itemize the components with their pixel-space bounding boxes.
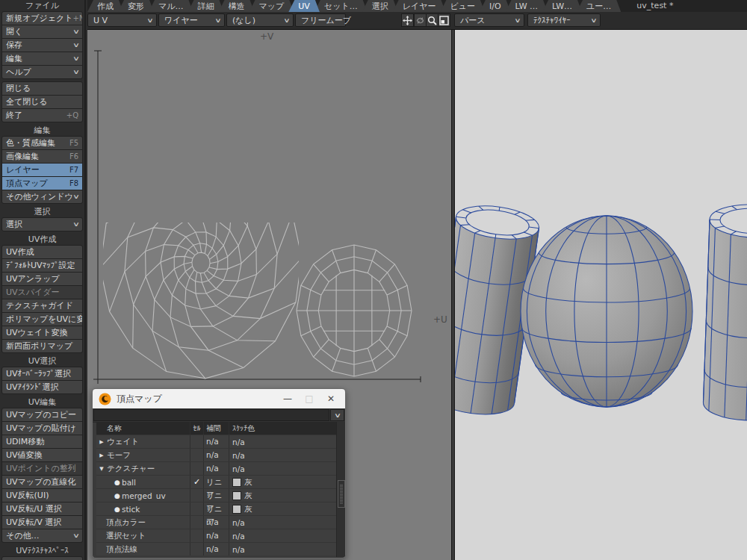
sidebar-item-UVマップのコピー[interactable]: UVマップのコピー bbox=[2, 408, 82, 421]
sidebar-section-header: 選択 bbox=[0, 206, 84, 217]
vmap-row-ウェイト[interactable]: ▶ウェイトn/an/a bbox=[96, 435, 343, 448]
sidebar-item-終了[interactable]: 終了+Q bbox=[2, 109, 82, 122]
sidebar-item-閉じる[interactable]: 閉じる bbox=[2, 82, 82, 95]
sidebar-item-画像編集[interactable]: 画像編集F6 bbox=[2, 150, 82, 163]
sidebar-item-開く[interactable]: 開く∨ bbox=[2, 25, 82, 38]
sidebar-item-UV反転/U 選択[interactable]: UV反転/U 選択 bbox=[2, 503, 82, 515]
vmap-row-頂点カラー[interactable]: 頂点カラーn/an/a bbox=[96, 515, 343, 529]
tab-マル…[interactable]: マル… bbox=[149, 0, 193, 12]
shading-mode-dropdown[interactable]: ﾃｸｽﾁｬﾜｲﾔｰ∨ bbox=[527, 13, 601, 27]
vmap-row-ball[interactable]: ●ball✓リニア灰 bbox=[96, 475, 343, 488]
tab-変形[interactable]: 変形 bbox=[118, 0, 154, 12]
vmap-row-stick[interactable]: ●stickリニア灰 bbox=[96, 502, 343, 515]
sidebar-item-レイヤー[interactable]: レイヤーF7 bbox=[2, 164, 82, 176]
vmap-row-頂点法線[interactable]: 頂点法線n/an/a bbox=[96, 542, 343, 556]
minimize-button[interactable]: — bbox=[279, 393, 296, 404]
sidebar-item-UVｵｰﾊﾞｰﾗｯﾌﾟ選択[interactable]: UVｵｰﾊﾞｰﾗｯﾌﾟ選択 bbox=[2, 367, 82, 380]
sidebar-item-UVマップの直線化[interactable]: UVマップの直線化 bbox=[2, 476, 82, 488]
dialog-titlebar[interactable]: 頂点マップ — □ ✕ bbox=[93, 389, 345, 408]
sidebar-item-UV作成[interactable]: UV作成 bbox=[2, 246, 82, 258]
vmap-row-選択セット[interactable]: 選択セットn/an/a bbox=[96, 529, 343, 542]
sidebar-item-全て閉じる[interactable]: 全て閉じる bbox=[2, 96, 82, 108]
sidebar-section-header: 編集 bbox=[0, 125, 84, 136]
sidebar-item-UVｱｲﾗﾝﾄﾞ選択[interactable]: UVｱｲﾗﾝﾄﾞ選択 bbox=[2, 381, 82, 393]
sidebar-item-UDIM移動[interactable]: UDIM移動 bbox=[2, 435, 82, 448]
map-filter-field[interactable] bbox=[93, 409, 329, 421]
vmap-row-merged_uv[interactable]: ●merged_uvリニア灰 bbox=[96, 488, 343, 502]
collapse-arrow-icon[interactable]: ▼ bbox=[96, 466, 107, 472]
shortcut-label: +Q bbox=[66, 109, 78, 122]
sidebar-item-UV反転(UI)[interactable]: UV反転(UI) bbox=[2, 489, 82, 502]
tab-構造[interactable]: 構造 bbox=[219, 0, 255, 12]
chevron-down-icon: ∨ bbox=[72, 529, 80, 542]
vmap-row-モーフ[interactable]: ▶モーフn/an/a bbox=[96, 448, 343, 461]
perspective-3d-viewport[interactable] bbox=[455, 30, 747, 560]
tab-ビュー[interactable]: ビュー bbox=[440, 0, 485, 12]
sidebar-item-UVマップの貼付け[interactable]: UVマップの貼付け bbox=[2, 422, 82, 435]
tab-セット…[interactable]: セット… bbox=[314, 0, 368, 12]
active-check-icon[interactable]: ✓ bbox=[193, 477, 200, 487]
close-button[interactable]: ✕ bbox=[323, 393, 339, 404]
sidebar-item-blank[interactable] bbox=[2, 557, 82, 560]
sidebar-item-その他ウィンドウ[interactable]: その他ウィンドウ∨ bbox=[2, 190, 82, 203]
sketch-color-swatch[interactable] bbox=[232, 505, 241, 514]
sidebar-item-保存[interactable]: 保存∨ bbox=[2, 39, 82, 52]
sidebar-item-ﾃﾞﾌｫﾙﾄUVﾏｯﾌﾟ設定[interactable]: ﾃﾞﾌｫﾙﾄUVﾏｯﾌﾟ設定 bbox=[2, 259, 82, 272]
zoom-icon[interactable] bbox=[426, 13, 438, 27]
sidebar-item-UVウェイト変換[interactable]: UVウェイト変換 bbox=[2, 326, 82, 339]
chevron-down-icon: ∨ bbox=[590, 17, 597, 24]
tab-レイヤー[interactable]: レイヤー bbox=[393, 0, 446, 12]
sidebar-item-編集[interactable]: 編集∨ bbox=[2, 52, 82, 65]
map-filter-dropdown[interactable]: ∨ bbox=[93, 408, 345, 423]
sidebar-item-UV値変換[interactable]: UV値変換 bbox=[2, 449, 82, 461]
tab-I/O[interactable]: I/O bbox=[480, 0, 511, 12]
move-icon[interactable] bbox=[401, 13, 414, 27]
tab-LW …[interactable]: LW … bbox=[506, 0, 548, 12]
sidebar-item-頂点マップ[interactable]: 頂点マップF8 bbox=[2, 177, 82, 190]
refresh-icon[interactable] bbox=[414, 13, 427, 27]
column-header-3: 補間 bbox=[203, 422, 229, 435]
layout-icon[interactable] bbox=[438, 13, 450, 27]
tab-作成[interactable]: 作成 bbox=[87, 0, 123, 12]
scrollbar-handle[interactable] bbox=[338, 480, 345, 508]
freemove-button[interactable]: フリームーブ bbox=[295, 13, 346, 27]
tab-UV[interactable]: UV bbox=[288, 0, 320, 12]
expand-arrow-icon[interactable]: ▶ bbox=[96, 452, 107, 458]
sketch-color-swatch[interactable] bbox=[232, 478, 241, 487]
sidebar-item-その他…[interactable]: その他…∨ bbox=[2, 529, 82, 542]
wireframe-dropdown[interactable]: ワイヤー∨ bbox=[158, 13, 225, 27]
sidebar-item-label: 新規オブジェクト bbox=[6, 12, 73, 25]
vmap-row-テクスチャー[interactable]: ▼テクスチャーn/an/a bbox=[96, 461, 343, 475]
sidebar-item-label: UVｱｲﾗﾝﾄﾞ選択 bbox=[6, 381, 59, 393]
sketch-color-swatch[interactable] bbox=[232, 491, 241, 500]
view-type-dropdown[interactable]: パース∨ bbox=[454, 13, 524, 27]
map-name: 頂点カラー bbox=[106, 517, 146, 528]
sidebar-item-選択[interactable]: 選択∨ bbox=[2, 218, 82, 231]
expand-arrow-icon[interactable]: ▶ bbox=[96, 439, 107, 445]
sidebar-item-テクスチャガイド[interactable]: テクスチャガイド bbox=[2, 299, 82, 312]
sidebar-item-UVスパイダー[interactable]: UVスパイダー bbox=[2, 286, 82, 299]
sidebar-item-新四面ポリマップ[interactable]: 新四面ポリマップ bbox=[2, 340, 82, 352]
sidebar-item-UVポイントの整列[interactable]: UVポイントの整列 bbox=[2, 462, 82, 475]
map-bullet-icon: ● bbox=[114, 505, 122, 513]
image-dropdown[interactable]: (なし)∨ bbox=[226, 13, 294, 27]
sidebar-item-ヘルプ[interactable]: ヘルプ∨ bbox=[2, 66, 82, 78]
chevron-down-icon[interactable]: ∨ bbox=[330, 409, 344, 421]
sidebar-group: 色・質感編集F5画像編集F6レイヤーF7頂点マップF8その他ウィンドウ∨ bbox=[1, 136, 83, 204]
sidebar-item-新規オブジェクト[interactable]: 新規オブジェクト+N bbox=[2, 12, 82, 25]
sidebar-item-ポリマップをUVに変換[interactable]: ポリマップをUVに変換 bbox=[2, 313, 82, 326]
uv-mode-dropdown[interactable]: U V∨ bbox=[87, 13, 157, 27]
sidebar-section-header: UV選択 bbox=[0, 355, 84, 367]
sidebar-item-UV反転/V 選択[interactable]: UV反転/V 選択 bbox=[2, 516, 82, 529]
tab-LW…[interactable]: LW… bbox=[542, 0, 582, 12]
tab-選択[interactable]: 選択 bbox=[362, 0, 398, 12]
sidebar-item-UVアンラップ[interactable]: UVアンラップ bbox=[2, 273, 82, 285]
maximize-button[interactable]: □ bbox=[301, 393, 317, 404]
tab-詳細[interactable]: 詳細 bbox=[188, 0, 224, 12]
sidebar-item-色・質感編集[interactable]: 色・質感編集F5 bbox=[2, 137, 82, 149]
sidebar-item-label: 終了 bbox=[6, 109, 22, 122]
tab-ユー…[interactable]: ユー… bbox=[577, 0, 621, 12]
dialog-scrollbar[interactable] bbox=[336, 422, 346, 557]
tab-マップ[interactable]: マップ bbox=[249, 0, 294, 12]
interp-value: リニア bbox=[203, 503, 229, 515]
